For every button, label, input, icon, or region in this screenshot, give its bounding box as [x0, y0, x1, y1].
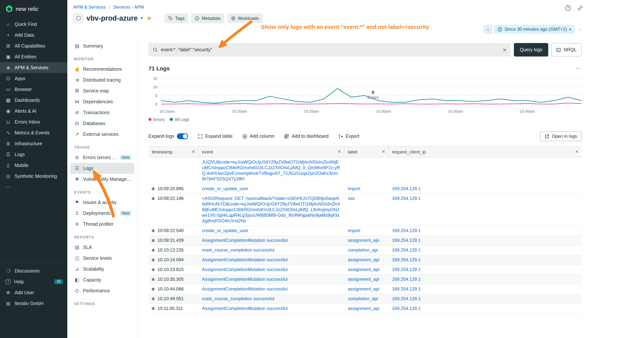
service-nav-item[interactable]: ⊘ Errors (errors inb... New [70, 152, 134, 163]
log-row[interactable]: 10:10:35.305 AssignmentCompletionMutatio… [148, 275, 582, 284]
global-nav-item[interactable]: ◈ APM & Services [0, 62, 67, 73]
log-ip-link[interactable]: 169.254.129.1 [392, 238, 421, 243]
service-nav-item[interactable]: ▤ SLA [70, 242, 134, 253]
remove-column-icon[interactable]: ✕ [382, 149, 385, 154]
global-nav-item[interactable]: + Add Data [0, 30, 67, 41]
log-label-link[interactable]: assignment_api [348, 267, 379, 272]
log-label-link[interactable]: assignment_api [348, 306, 379, 311]
entity-switcher-caret-icon[interactable]: ▾ [141, 16, 143, 21]
global-nav-footer-item[interactable]: ❍ Discussions [0, 265, 67, 276]
log-query-box[interactable]: ✕ [148, 43, 511, 57]
service-nav-item[interactable]: ⌘ Service map [70, 85, 134, 96]
service-nav-item[interactable]: ⊟ Databases [70, 118, 134, 129]
open-in-logs-button[interactable]: Open in logs [540, 131, 582, 141]
time-range-button[interactable]: Since 30 minutes ago (GMT+2) ▾ [494, 25, 574, 34]
log-row[interactable]: 10:09:20.895 create_or_update_user impor… [148, 184, 582, 194]
log-row[interactable]: 10:11:00.311 AssignmentCompletionMutatio… [148, 304, 582, 314]
global-nav-item[interactable]: ∿ Metrics & Events [0, 127, 67, 138]
service-nav-item[interactable]: ⚑ Issues & activity [70, 197, 134, 208]
column-header[interactable]: timestamp ✕ [148, 146, 198, 157]
service-nav-item[interactable]: ❖ Vulnerability Management [70, 174, 134, 185]
log-label-link[interactable]: import [348, 228, 360, 233]
column-header[interactable]: event ✕ [198, 146, 344, 157]
global-nav-item[interactable]: ⊡ Apps [0, 73, 67, 84]
log-label-link[interactable]: completion_api [348, 247, 378, 253]
global-nav-footer-item[interactable]: ◍ Iterativ GmbH [0, 298, 67, 309]
service-nav-item[interactable]: ⇉ Distributed tracing [70, 75, 134, 85]
service-nav-item[interactable]: ◧ Capacity [70, 274, 134, 285]
global-nav-item[interactable]: ⊞ All Capabilities [0, 41, 67, 51]
log-ip-link[interactable]: 169.254.129.1 [392, 277, 421, 282]
breadcrumb-link-apm-services[interactable]: APM & Services [73, 5, 106, 10]
service-nav-item[interactable]: ◫ Service levels [70, 253, 134, 263]
global-nav-item[interactable]: ▣ All Entities [0, 51, 67, 62]
help-circle-icon[interactable] [565, 5, 571, 11]
global-nav-item[interactable]: ☰ Logs [0, 149, 67, 160]
log-event-link[interactable]: JUQVU&code=eyJraWQiOiJjcGltY29yZV8wOTl1M… [202, 159, 340, 182]
global-nav-item[interactable]: ⊔ Errors Inbox [0, 116, 67, 127]
export-button[interactable]: Export [338, 134, 359, 139]
log-row[interactable]: 10:10:23.815 AssignmentCompletionMutatio… [148, 265, 582, 275]
log-ip-link[interactable]: 169.254.129.1 [392, 247, 421, 253]
legend-item[interactable]: Errors [148, 117, 164, 122]
log-row[interactable]: 10:10:44.066 AssignmentCompletionMutatio… [148, 284, 582, 294]
permalink-icon[interactable] [577, 5, 584, 11]
log-ip-link[interactable]: 169.254.129.1 [392, 306, 421, 311]
log-row[interactable]: 10:10:14.094 AssignmentCompletionMutatio… [148, 255, 582, 265]
log-event-link[interactable]: create_or_update_user [202, 186, 248, 191]
log-event-link[interactable]: AssignmentCompletionMutation successful [202, 238, 288, 243]
workloads-button[interactable]: Workloads [227, 13, 262, 23]
log-row[interactable]: JUQVU&code=eyJraWQiOiJjcGltY29yZV8wOTl1M… [148, 158, 582, 184]
add-to-dashboard-button[interactable]: Add to dashboard [284, 134, 328, 139]
log-row[interactable]: 10:09:31.439 AssignmentCompletionMutatio… [148, 236, 582, 245]
new-relic-logo[interactable]: new relic [0, 0, 67, 17]
log-label-link[interactable]: assignment_api [348, 286, 379, 291]
log-row[interactable]: 10:09:22.196 <ASGIRequest: GET '/sso/cal… [148, 194, 582, 226]
log-ip-link[interactable]: 169.254.129.1 [392, 196, 421, 201]
global-nav-item[interactable]: ⌕ Quick Find [0, 19, 67, 30]
log-label-link[interactable]: assignment_api [348, 277, 379, 282]
log-event-link[interactable]: AssignmentCompletionMutation successful [202, 267, 288, 272]
log-row[interactable]: 10:09:22.540 create_or_update_user impor… [148, 226, 582, 236]
log-event-link[interactable]: AssignmentCompletionMutation successful [202, 257, 288, 262]
service-nav-item[interactable]: ▤ Summary [70, 41, 134, 51]
breadcrumb-link-services-apm[interactable]: Services - APM [113, 5, 144, 10]
service-nav-item[interactable]: ↗ External services [70, 129, 134, 140]
log-query-input[interactable] [161, 47, 500, 52]
log-row[interactable]: 10:10:13.235 mark_course_completion succ… [148, 245, 582, 255]
remove-column-icon[interactable]: ✕ [192, 149, 195, 154]
service-nav-item[interactable]: ☝ Recommendations [70, 64, 134, 75]
global-nav-item[interactable]: ≣ Infrastructure [0, 138, 67, 149]
log-event-link[interactable]: AssignmentCompletionMutation successful [202, 277, 288, 282]
global-nav-item[interactable]: ⋯ [0, 182, 67, 192]
log-event-link[interactable]: AssignmentCompletionMutation successful [202, 306, 288, 311]
log-label-link[interactable]: completion_api [348, 296, 378, 301]
global-nav-footer-item[interactable]: ? Help 70 [0, 276, 67, 287]
remove-column-icon[interactable]: ✕ [338, 149, 341, 154]
logs-options-menu-icon[interactable]: ⋯ [576, 65, 582, 72]
remove-column-icon[interactable]: ✕ [575, 149, 578, 154]
log-event-link[interactable]: <ASGIRequest: GET '/sso/callback/?state=… [202, 196, 340, 223]
log-event-link[interactable]: AssignmentCompletionMutation successful [202, 286, 288, 291]
service-nav-item[interactable]: ≋ Thread profiler [70, 219, 134, 229]
metadata-button[interactable]: Metadata [191, 13, 224, 23]
column-header[interactable]: request_client_ip ✕ [388, 146, 582, 157]
log-ip-link[interactable]: 169.254.129.1 [392, 286, 421, 291]
global-nav-item[interactable]: ▯ Mobile [0, 160, 67, 171]
clear-query-icon[interactable]: ✕ [503, 47, 507, 53]
favorite-star-icon[interactable]: ★ [146, 15, 152, 22]
service-nav-item[interactable]: ☰ Logs [70, 163, 134, 174]
log-label-link[interactable]: assignment_api [348, 257, 379, 262]
expand-logs-control[interactable]: Expand logs [148, 133, 188, 139]
nrql-button[interactable]: NRQL [552, 43, 582, 57]
service-nav-item[interactable]: ⇄ Transactions [70, 107, 134, 118]
global-nav-item[interactable]: ◉ Alerts & AI [0, 106, 67, 116]
log-event-link[interactable]: mark_course_completion successful [202, 247, 274, 253]
expand-table-button[interactable]: Expand table [198, 134, 232, 139]
global-nav-item[interactable]: ▭ Browser [0, 84, 67, 95]
log-ip-link[interactable]: 169.254.129.1 [392, 257, 421, 262]
service-nav-item[interactable]: ◴ Performance [70, 285, 134, 296]
time-back-button[interactable]: ‹ [484, 25, 492, 34]
legend-item[interactable]: All Logs [170, 117, 189, 122]
log-ip-link[interactable]: 169.254.129.1 [392, 296, 421, 301]
